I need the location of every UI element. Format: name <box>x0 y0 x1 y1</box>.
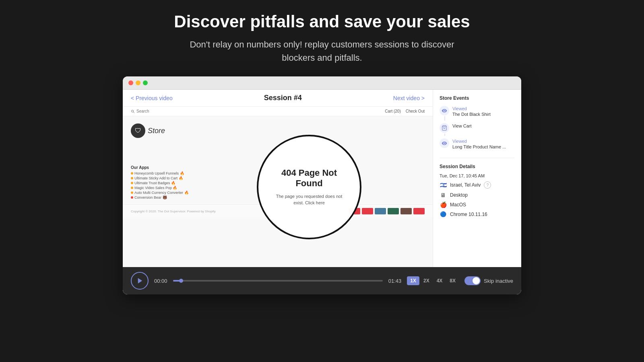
event-item-view-cart: View Cart <box>440 123 515 133</box>
payment-icon-mc <box>362 208 373 214</box>
browser-window: < Previous video Session #4 Next video >… <box>123 76 521 294</box>
toggle-knob <box>473 277 480 284</box>
apple-icon: 🍎 <box>440 202 447 208</box>
skip-inactive-label: Skip inactive <box>484 278 513 284</box>
info-icon[interactable]: ? <box>484 181 491 189</box>
speed-4x-button[interactable]: 4X <box>433 276 446 285</box>
search-label: Search <box>136 109 149 113</box>
event-text: View Cart <box>452 123 471 129</box>
app-name: Ultimate Sticky Add to Cart 🔥 <box>134 176 183 180</box>
store-preview: Search Cart (20) Check Out 🛡 Store <box>123 106 433 267</box>
app-dot <box>131 182 133 184</box>
page-subtitle: Don't relay on numbers only! replay cust… <box>190 38 454 64</box>
device-value: Desktop <box>450 192 468 198</box>
time-end: 01:43 <box>388 278 402 284</box>
play-button[interactable] <box>131 272 149 290</box>
prev-video-button[interactable]: < Previous video <box>131 95 173 101</box>
payment-icon-other1 <box>400 208 412 214</box>
app-dot <box>131 177 133 179</box>
browser-chrome <box>123 76 521 90</box>
event-item-view-shirt: Viewed The Dot Black Shirt <box>440 106 515 117</box>
store-events: Store Events Viewed The Dot Black Shirt <box>440 95 515 150</box>
payment-icons <box>349 208 425 214</box>
speed-2x-button[interactable]: 2X <box>420 276 433 285</box>
store-logo-text: Store <box>148 127 165 135</box>
event-label: Viewed <box>452 138 506 144</box>
event-value: View Cart <box>452 123 471 129</box>
detail-device: 🖥 Desktop <box>440 192 515 198</box>
progress-bar[interactable] <box>173 280 383 282</box>
os-value: MacOS <box>450 202 466 208</box>
svg-point-0 <box>132 110 134 112</box>
chrome-icon: 🔵 <box>440 211 447 217</box>
app-name: Conversion Bear 🐻 <box>134 195 167 200</box>
store-header-nav: Cart (20) Check Out <box>385 109 425 113</box>
view-icon-2 <box>440 138 449 148</box>
speed-1x-button[interactable]: 1X <box>407 276 419 285</box>
next-video-button[interactable]: Next video > <box>393 95 425 101</box>
event-text: Viewed The Dot Black Shirt <box>452 106 491 117</box>
dot-yellow <box>136 80 140 85</box>
video-controls: 00:00 01:43 1X 2X 4X 8X Skip inactive <box>123 267 521 294</box>
highlight-circle: 404 Page Not Found The page you requeste… <box>257 135 361 239</box>
skip-inactive-toggle: Skip inactive <box>464 276 513 285</box>
time-start: 00:00 <box>154 278 167 284</box>
page-title: Discover pitfalls and save your sales <box>174 12 470 31</box>
toggle-switch[interactable] <box>464 276 481 285</box>
app-dot <box>131 196 133 199</box>
store-events-title: Store Events <box>440 95 515 101</box>
browser-value: Chrome 10.11.16 <box>450 212 487 217</box>
cart-icon <box>440 123 449 133</box>
event-item-view-product: Viewed Long Title Product Name ... <box>440 138 515 150</box>
event-label: Viewed <box>452 106 491 111</box>
svg-marker-2 <box>138 278 142 284</box>
app-name: Auto Multi Currency Converter 🔥 <box>134 191 189 195</box>
app-name: Honeycomb Upsell Funnels 🔥 <box>134 171 184 175</box>
session-nav: < Previous video Session #4 Next video > <box>123 90 433 106</box>
speed-8x-button[interactable]: 8X <box>446 276 459 285</box>
payment-icon-other2 <box>413 208 425 214</box>
event-text: Viewed Long Title Product Name ... <box>452 138 506 150</box>
store-search: Search <box>131 109 149 113</box>
footer-copyright: Copyright © 2020. The Dot Supervisor. Po… <box>131 210 216 213</box>
speed-controls: 1X 2X 4X 8X <box>407 276 459 285</box>
payment-icon-amex <box>375 208 386 214</box>
dot-red <box>128 80 133 85</box>
location-value: Israel, Tel Aviv <box>450 182 481 188</box>
app-dot <box>131 187 133 189</box>
flag-icon: 🇮🇱 <box>440 182 447 188</box>
store-logo-icon: 🛡 <box>131 123 145 138</box>
error-404-title: 404 Page Not Found <box>270 168 348 189</box>
view-icon <box>440 106 449 115</box>
session-sidebar: Store Events Viewed The Dot Black Shirt <box>433 90 521 267</box>
error-404-desc: The page you requested does not exist. C… <box>270 193 348 206</box>
dot-green <box>143 80 148 85</box>
desktop-icon: 🖥 <box>440 192 447 198</box>
detail-browser: 🔵 Chrome 10.11.16 <box>440 211 515 217</box>
event-value: The Dot Black Shirt <box>452 111 491 117</box>
session-viewer: < Previous video Session #4 Next video >… <box>123 90 433 267</box>
app-name: Magic Video Sales Pop 🔥 <box>134 186 177 190</box>
session-details-title: Session Details <box>440 164 515 169</box>
progress-handle[interactable] <box>179 279 183 283</box>
checkout-label: Check Out <box>406 109 425 113</box>
browser-content: < Previous video Session #4 Next video >… <box>123 90 521 267</box>
session-timestamp: Tue, Dec 17, 10:45 AM <box>440 173 515 178</box>
store-header: Search Cart (20) Check Out <box>123 107 433 116</box>
svg-line-1 <box>133 112 134 113</box>
session-details: Session Details Tue, Dec 17, 10:45 AM 🇮🇱… <box>440 158 515 217</box>
detail-location: 🇮🇱 Israel, Tel Aviv ? <box>440 181 515 189</box>
cart-label: Cart (20) <box>385 109 400 113</box>
store-icon-glyph: 🛡 <box>135 127 141 134</box>
app-dot <box>131 172 133 175</box>
payment-icon-paypal <box>388 208 399 214</box>
app-name: Ultimate Trust Badges 🔥 <box>134 181 175 185</box>
event-value: Long Title Product Name ... <box>452 144 506 150</box>
detail-os: 🍎 MacOS <box>440 202 515 208</box>
app-dot <box>131 191 133 194</box>
store-logo-area: 🛡 Store <box>131 120 425 141</box>
session-title: Session #4 <box>264 94 302 102</box>
